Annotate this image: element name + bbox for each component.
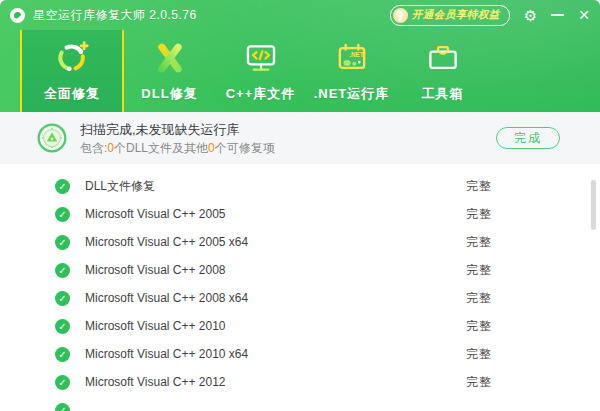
check-icon: ✓ [55,207,70,222]
status-label: 完整 [466,374,492,391]
titlebar: 星空运行库修复大师 2.0.5.76 开通会员享特权益 ⚙ ✕ [0,0,600,30]
done-button[interactable]: 完成 [496,127,560,149]
scrollbar-thumb[interactable] [591,180,596,230]
app-window: 星空运行库修复大师 2.0.5.76 开通会员享特权益 ⚙ ✕ [0,0,600,411]
table-row[interactable]: ✓ Microsoft Visual C++ 2008 完整 [0,256,600,284]
vip-avatar-icon [393,8,408,23]
table-row[interactable]: ✓ Microsoft Visual C++ 2005 x64 完整 [0,228,600,256]
tab-dotnet-runtime[interactable]: .NET .NET运行库 [306,30,397,112]
dll-repair-icon [152,40,188,76]
detail-text-part: 包含: [80,141,107,155]
gear-icon[interactable]: ⚙ [524,8,537,23]
tab-full-repair[interactable]: 全面修复 [20,30,124,112]
table-row[interactable]: ✓ [0,396,600,411]
library-name: Microsoft Visual C++ 2010 x64 [85,347,248,361]
status-label: 完整 [466,290,492,307]
status-label: 完整 [466,262,492,279]
library-name: Microsoft Visual C++ 2012 [85,375,226,389]
scan-radar-icon [36,122,68,154]
app-title: 星空运行库修复大师 2.0.5.76 [33,7,197,24]
check-icon: ✓ [55,375,70,390]
status-label: 完整 [466,318,492,335]
tab-toolbox[interactable]: 工具箱 [397,30,488,112]
dotnet-runtime-icon: .NET [334,40,370,76]
toolbox-icon [425,40,461,76]
check-icon: ✓ [55,291,70,306]
table-row[interactable]: ✓ Microsoft Visual C++ 2012 完整 [0,368,600,396]
table-row[interactable]: ✓ Microsoft Visual C++ 2008 x64 完整 [0,284,600,312]
tab-dll-repair[interactable]: DLL修复 [124,30,215,112]
library-name: Microsoft Visual C++ 2010 [85,319,226,333]
check-icon: ✓ [55,347,70,362]
vip-upgrade-badge[interactable]: 开通会员享特权益 [390,5,510,26]
tab-bar: 全面修复 DLL修复 [20,30,488,112]
status-label: 完整 [466,234,492,251]
cpp-library-icon [243,40,279,76]
library-name: Microsoft Visual C++ 2005 x64 [85,235,248,249]
header-background: 星空运行库修复大师 2.0.5.76 开通会员享特权益 ⚙ ✕ [0,0,600,112]
check-icon: ✓ [55,179,70,194]
check-icon: ✓ [55,319,70,334]
library-name: Microsoft Visual C++ 2005 [85,207,226,221]
tab-label: .NET运行库 [314,85,390,103]
scan-status-bar: 扫描完成,未发现缺失运行库 包含:0个DLL文件及其他0个可修复项 完成 [0,112,600,164]
scan-detail-text: 包含:0个DLL文件及其他0个可修复项 [80,139,275,157]
status-label: 完整 [466,178,492,195]
library-name: DLL文件修复 [85,178,155,195]
svg-text:.NET: .NET [349,51,363,58]
other-count: 0 [208,141,215,155]
tab-label: 全面修复 [44,85,100,103]
detail-text-part: 个可修复项 [215,141,275,155]
app-logo-icon [10,8,25,23]
scan-result-text: 扫描完成,未发现缺失运行库 [80,120,275,139]
table-row[interactable]: ✓ Microsoft Visual C++ 2010 完整 [0,312,600,340]
detail-text-part: 个DLL文件及其他 [114,141,208,155]
tab-label: C++库文件 [226,85,296,103]
check-icon: ✓ [55,403,70,411]
check-icon: ✓ [55,235,70,250]
repair-list[interactable]: ✓ DLL文件修复 完整 ✓ Microsoft Visual C++ 2005… [0,164,600,411]
close-icon[interactable]: ✕ [578,8,590,22]
minimize-icon[interactable] [551,14,564,16]
library-name: Microsoft Visual C++ 2008 x64 [85,291,248,305]
table-row[interactable]: ✓ DLL文件修复 完整 [0,172,600,200]
library-name: Microsoft Visual C++ 2008 [85,263,226,277]
full-repair-icon [54,40,90,76]
table-row[interactable]: ✓ Microsoft Visual C++ 2010 x64 完整 [0,340,600,368]
tab-label: 工具箱 [422,85,464,103]
tab-cpp-library[interactable]: C++库文件 [215,30,306,112]
check-icon: ✓ [55,263,70,278]
status-label: 完整 [466,206,492,223]
tab-label: DLL修复 [141,85,197,103]
vip-badge-label: 开通会员享特权益 [412,8,500,22]
table-row[interactable]: ✓ Microsoft Visual C++ 2005 完整 [0,200,600,228]
status-label: 完整 [466,346,492,363]
